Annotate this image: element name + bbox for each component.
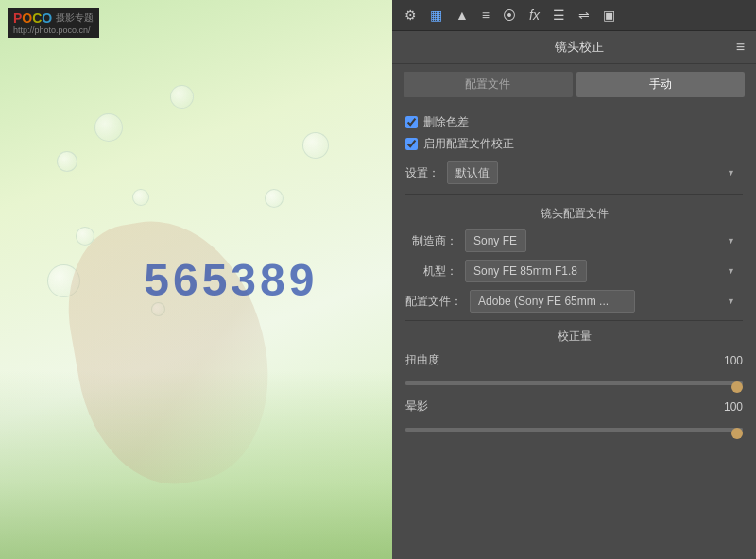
vignette-value: 100 (710, 400, 743, 414)
toolbar-list-icon[interactable]: ☰ (550, 6, 568, 25)
tab-profile[interactable]: 配置文件 (404, 72, 573, 97)
profile-select[interactable]: Adobe (Sony FE 65mm ... Adobe (Sony FE 8… (470, 290, 635, 313)
section-menu-icon[interactable]: ≡ (736, 39, 745, 56)
settings-select[interactable]: 默认值 (447, 161, 498, 184)
section-header: 镜头校正 ≡ (392, 31, 756, 64)
settings-row: 设置： 默认值 (405, 161, 743, 184)
enable-profile-checkbox[interactable] (405, 138, 418, 150)
enable-profile-label: 启用配置文件校正 (423, 136, 514, 152)
profile-row: 配置文件： Adobe (Sony FE 65mm ... Adobe (Son… (405, 290, 743, 313)
toolbar-grid-icon[interactable]: ▦ (427, 6, 445, 25)
model-select[interactable]: Sony FE 85mm F1.8 Sony FE 50mm F1.8 (465, 260, 587, 282)
toolbar-bars-icon[interactable]: ⦿ (500, 6, 519, 25)
divider-1 (405, 194, 743, 195)
maker-row: 制造商： Sony FE Canon Nikon (405, 229, 743, 252)
vignette-slider[interactable] (405, 428, 743, 432)
toolbar-swap-icon[interactable]: ⇌ (576, 6, 593, 25)
logo-p: P (13, 10, 22, 25)
watermark: 565389 (144, 254, 318, 306)
right-panel: ⚙ ▦ ▲ ≡ ⦿ fx ☰ ⇌ ▣ 镜头校正 ≡ 配置文件 手动 删除色差 启… (392, 0, 756, 559)
model-label: 机型： (405, 263, 457, 280)
photo-panel: P O C O 摄影专题 http://photo.poco.cn/ 56538… (0, 0, 392, 559)
bubble-4 (170, 85, 194, 109)
distortion-value: 100 (710, 354, 743, 367)
toolbar-fx-icon[interactable]: fx (526, 6, 542, 25)
lens-config-title: 镜头配置文件 (405, 206, 743, 222)
settings-label: 设置： (405, 165, 439, 181)
logo-o2: O (42, 10, 52, 25)
toolbar: ⚙ ▦ ▲ ≡ ⦿ fx ☰ ⇌ ▣ (392, 0, 756, 31)
maker-select-wrapper: Sony FE Canon Nikon (465, 229, 743, 252)
toolbar-settings-icon[interactable]: ⚙ (402, 6, 420, 25)
toolbar-square-icon[interactable]: ▣ (600, 6, 618, 25)
model-select-wrapper: Sony FE 85mm F1.8 Sony FE 50mm F1.8 (465, 260, 743, 282)
logo-url: http://photo.poco.cn/ (13, 25, 94, 35)
distortion-label: 扭曲度 (405, 352, 439, 368)
profile-label: 配置文件： (405, 294, 462, 310)
content-area: 删除色差 启用配置文件校正 设置： 默认值 镜头配置文件 制造商： Sony F… (392, 105, 756, 559)
logo-area: P O C O 摄影专题 http://photo.poco.cn/ (8, 8, 99, 38)
profile-select-wrapper: Adobe (Sony FE 65mm ... Adobe (Sony FE 8… (470, 290, 743, 313)
vignette-slider-row: 晕影 100 (405, 398, 743, 435)
logo-o1: O (22, 10, 32, 25)
bubble-8 (302, 132, 329, 159)
bubble-9 (265, 189, 284, 208)
toolbar-lines-icon[interactable]: ≡ (479, 6, 492, 25)
distortion-slider[interactable] (405, 381, 743, 385)
tabs-row: 配置文件 手动 (392, 64, 756, 105)
divider-2 (405, 320, 743, 321)
model-row: 机型： Sony FE 85mm F1.8 Sony FE 50mm F1.8 (405, 260, 743, 282)
bubble-3 (132, 189, 149, 206)
section-title: 镜头校正 (422, 39, 736, 56)
distortion-slider-header: 扭曲度 100 (405, 352, 743, 368)
maker-label: 制造商： (405, 233, 457, 249)
bubble-2 (57, 151, 77, 172)
logo-subtitle: 摄影专题 (56, 11, 94, 25)
tab-manual[interactable]: 手动 (576, 72, 746, 97)
checkbox-remove-aberration: 删除色差 (405, 114, 743, 130)
maker-select[interactable]: Sony FE Canon Nikon (465, 229, 526, 252)
checkbox-enable-profile: 启用配置文件校正 (405, 136, 743, 152)
logo-c: C (32, 10, 42, 25)
remove-aberration-label: 删除色差 (423, 114, 469, 130)
correction-title: 校正量 (405, 329, 743, 345)
vignette-label: 晕影 (405, 398, 428, 415)
remove-aberration-checkbox[interactable] (405, 116, 418, 128)
toolbar-triangle-icon[interactable]: ▲ (453, 6, 472, 25)
settings-select-wrapper: 默认值 (447, 161, 743, 184)
distortion-slider-row: 扭曲度 100 (405, 352, 743, 389)
bubble-1 (94, 113, 123, 142)
vignette-slider-header: 晕影 100 (405, 398, 743, 415)
